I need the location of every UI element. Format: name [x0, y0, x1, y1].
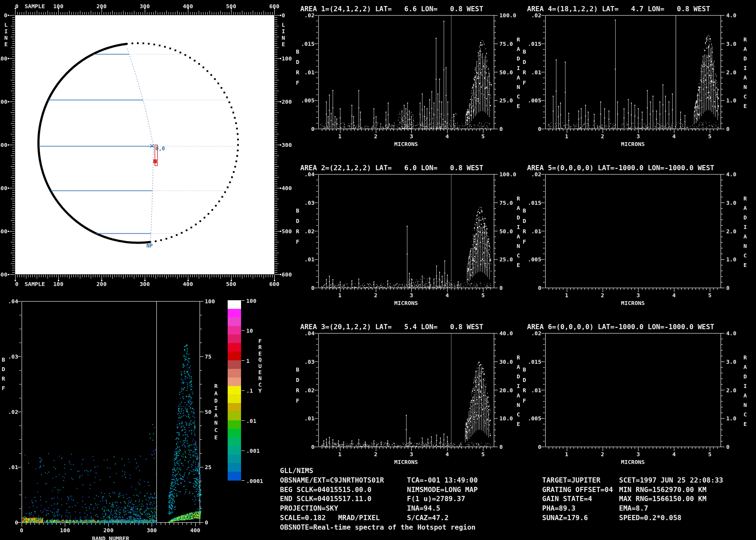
info-field: BEG SCLK=04015515.00.0 — [280, 486, 372, 493]
info-field: MAX RNG=1566150.00 KM — [619, 496, 706, 502]
info-field: MIN RNG=1562970.00 KM — [619, 486, 706, 493]
info-field: GAIN STATE=4 — [542, 496, 592, 502]
info-field: INA=94.5 — [407, 505, 440, 512]
info-field: GLL/NIMS — [280, 467, 313, 474]
info-field: SUNAZ=179.6 — [542, 515, 588, 521]
info-field: PHA=89.3 — [542, 505, 575, 512]
info-field: EMA=8.7 — [619, 505, 648, 512]
info-field: PROJECTION=SKY — [280, 505, 338, 512]
info-field: GRATING OFFSET=04 — [542, 486, 613, 493]
info-field: F(1 u)=2789.37 — [407, 496, 465, 502]
info-field: END SCLK=04015517.11.0 — [280, 496, 372, 502]
info-field: S/CAZ=47.2 — [407, 515, 448, 521]
info-field: OBSNAME/EXT=C9JNRTHOTS01R — [280, 477, 384, 484]
info-field: TCA=-001 13:49:00 — [407, 477, 478, 484]
info-panel: GLL/NIMSOBSNAME/EXT=C9JNRTHOTS01RTCA=-00… — [0, 0, 756, 540]
info-field: SCALE=0.182 MRAD/PIXEL — [280, 515, 380, 521]
info-field: NIMSMODE=LONG MAP — [407, 486, 478, 493]
info-field: OBSNOTE=Real-time spectra of the Hotspot… — [280, 524, 476, 531]
info-field: SPEED=0.2*0.058 — [619, 515, 682, 521]
nims-realtime-display: 0000100100100100200200200200300300300300… — [0, 0, 756, 540]
info-field: SCET=1997 JUN 25 22:08:33 — [619, 477, 723, 484]
info-field: TARGET=JUPITER — [542, 477, 600, 484]
